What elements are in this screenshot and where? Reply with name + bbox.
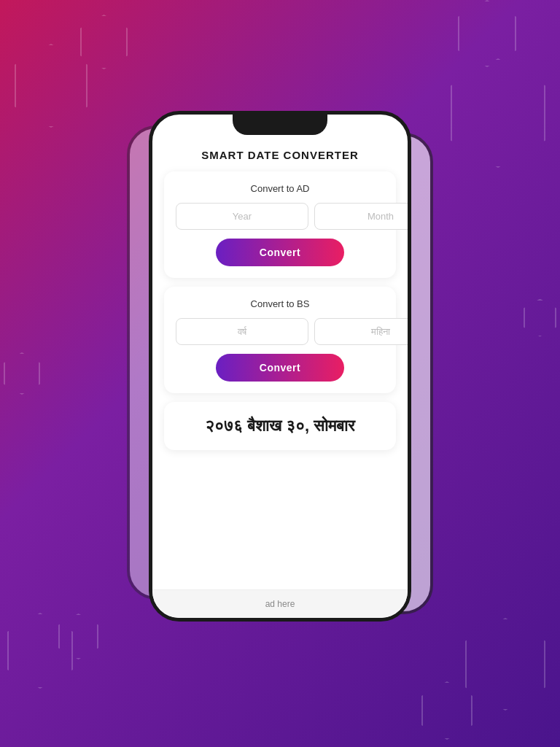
hex-shape [458,0,516,67]
phone-stack: SMART DATE CONVERTER Convert to AD Conve… [149,111,411,636]
bs-month-input[interactable] [314,318,408,345]
hex-shape [7,613,73,689]
phone-notch [233,115,327,135]
phone-main: SMART DATE CONVERTER Convert to AD Conve… [149,111,411,622]
hex-shape [465,618,545,711]
convert-bs-button[interactable]: Convert [216,354,344,382]
convert-bs-title: Convert to BS [176,298,384,309]
hex-shape [15,44,88,128]
convert-bs-card: Convert to BS Convert [164,287,396,393]
phone-screen: SMART DATE CONVERTER Convert to AD Conve… [152,115,408,618]
ad-inputs-row [176,203,384,230]
hex-shape [80,15,128,69]
hex-shape [421,681,472,740]
bs-inputs-row [176,318,384,345]
convert-ad-title: Convert to AD [176,183,384,194]
ad-year-input[interactable] [176,203,308,230]
hex-shape [4,352,40,395]
bs-year-input[interactable] [176,318,308,345]
hex-shape [451,58,545,168]
app-title: SMART DATE CONVERTER [152,140,408,167]
ad-month-input[interactable] [314,203,408,230]
convert-ad-card: Convert to AD Convert [164,171,396,278]
hex-shape [524,299,556,337]
convert-ad-button[interactable]: Convert [216,239,344,266]
hex-shape [58,614,98,659]
ad-bar: ad here [152,589,408,618]
result-card: २०७६ बैशाख ३०, सोमबार [164,402,396,450]
result-text: २०७६ बैशाख ३०, सोमबार [176,417,384,436]
